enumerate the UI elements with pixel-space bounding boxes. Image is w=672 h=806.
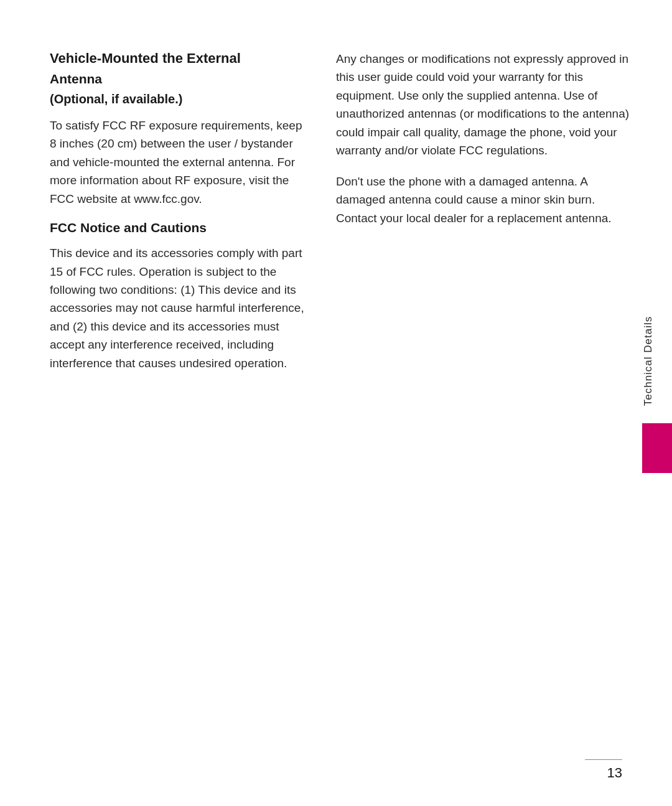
section-optional: (Optional, if available.) [50, 92, 311, 106]
sidebar-label: Technical Details [642, 316, 655, 406]
page-number-area: 13 [585, 759, 622, 781]
divider-line [585, 759, 622, 760]
section-title-line1: Vehicle-Mounted the External [50, 50, 311, 68]
vehicle-body-text: To satisfy FCC RF exposure requirements,… [50, 116, 311, 208]
page-container: Vehicle-Mounted the External Antenna (Op… [0, 0, 672, 806]
content-area: Vehicle-Mounted the External Antenna (Op… [50, 50, 635, 731]
right-paragraph-2: Don't use the phone with a damaged anten… [336, 172, 635, 227]
section-title-line2: Antenna [50, 70, 311, 87]
fcc-body-text: This device and its accessories comply w… [50, 244, 311, 372]
right-paragraph-1: Any changes or modifications not express… [336, 50, 635, 160]
sidebar-tab [642, 423, 672, 473]
fcc-heading: FCC Notice and Cautions [50, 220, 311, 235]
left-column: Vehicle-Mounted the External Antenna (Op… [50, 50, 311, 731]
right-column: Any changes or modifications not express… [336, 50, 635, 731]
page-number: 13 [607, 765, 622, 781]
